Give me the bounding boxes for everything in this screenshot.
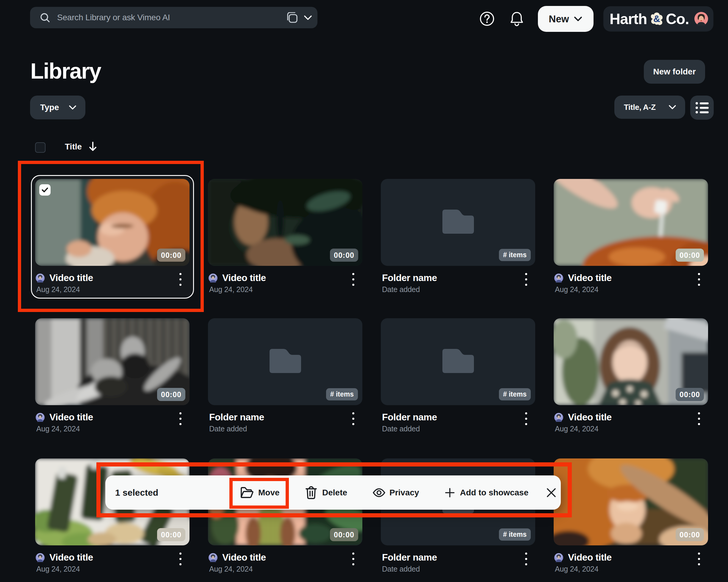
svg-text:&: & xyxy=(653,14,660,24)
